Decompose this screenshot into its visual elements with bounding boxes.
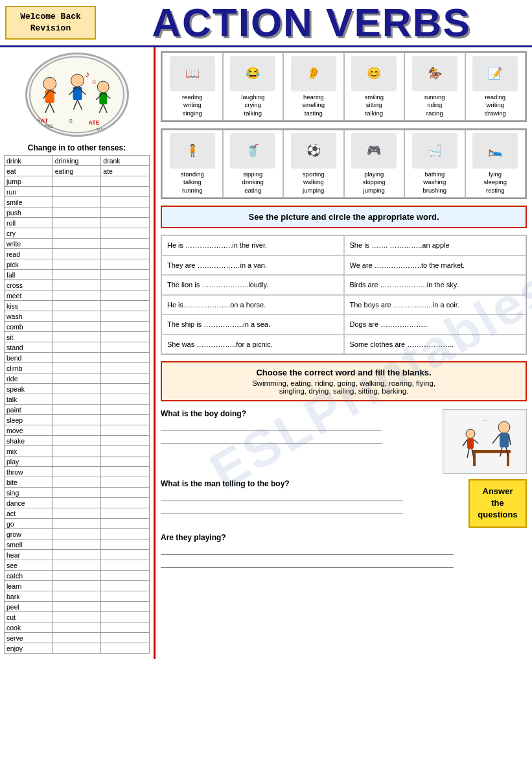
tenses-cell[interactable] (52, 207, 101, 218)
tenses-cell[interactable] (52, 239, 101, 249)
tenses-cell[interactable] (101, 436, 150, 446)
tenses-cell[interactable] (52, 602, 101, 612)
tenses-cell[interactable]: write (5, 239, 53, 249)
tenses-cell[interactable] (101, 228, 150, 239)
tenses-cell[interactable] (52, 571, 101, 581)
tenses-cell[interactable] (52, 519, 101, 529)
tenses-cell[interactable]: act (5, 508, 53, 519)
tenses-cell[interactable] (101, 571, 150, 581)
tenses-cell[interactable]: meet (5, 290, 53, 301)
tenses-cell[interactable]: peel (5, 602, 53, 612)
tenses-cell[interactable] (101, 290, 150, 301)
tenses-cell[interactable] (101, 322, 150, 332)
tenses-cell[interactable]: grow (5, 529, 53, 539)
tenses-cell[interactable] (101, 591, 150, 602)
tenses-cell[interactable] (52, 322, 101, 332)
pic-cell[interactable]: 😊smiling sitting talking (344, 53, 405, 121)
tenses-cell[interactable] (52, 384, 101, 394)
pic-cell[interactable]: 🏇running riding racing (404, 53, 465, 121)
pic-cell[interactable]: 📖reading writing singing (162, 53, 223, 121)
answer-line[interactable] (161, 558, 454, 568)
tenses-cell[interactable]: paint (5, 405, 53, 415)
tenses-cell[interactable]: sleep (5, 415, 53, 425)
tenses-cell[interactable]: shake (5, 436, 53, 446)
tenses-cell[interactable] (52, 353, 101, 363)
tenses-cell[interactable] (101, 467, 150, 477)
tenses-cell[interactable] (101, 602, 150, 612)
tenses-cell[interactable] (101, 270, 150, 280)
tenses-cell[interactable] (52, 643, 101, 654)
tenses-cell[interactable]: read (5, 249, 53, 259)
tenses-cell[interactable] (52, 218, 101, 228)
tenses-cell[interactable] (101, 301, 150, 311)
tenses-cell[interactable] (52, 415, 101, 425)
tenses-cell[interactable] (52, 446, 101, 456)
tenses-cell[interactable] (101, 539, 150, 550)
tenses-cell[interactable] (101, 353, 150, 363)
tenses-cell[interactable] (101, 218, 150, 228)
tenses-cell[interactable]: talk (5, 394, 53, 405)
tenses-cell[interactable]: speak (5, 384, 53, 394)
tenses-cell[interactable] (52, 425, 101, 436)
tenses-cell[interactable]: mix (5, 446, 53, 456)
tenses-cell[interactable] (52, 228, 101, 239)
tenses-cell[interactable] (52, 280, 101, 290)
tenses-cell[interactable]: push (5, 207, 53, 218)
tenses-cell[interactable] (101, 394, 150, 405)
tenses-cell[interactable]: hear (5, 550, 53, 560)
tenses-cell[interactable] (101, 498, 150, 508)
tenses-cell[interactable] (101, 488, 150, 498)
tenses-cell[interactable] (52, 187, 101, 197)
tenses-cell[interactable] (52, 498, 101, 508)
pic-cell[interactable]: 🧍standing talking running (162, 130, 223, 198)
tenses-cell[interactable]: cook (5, 622, 53, 633)
tenses-cell[interactable]: roll (5, 218, 53, 228)
tenses-cell[interactable] (101, 519, 150, 529)
tenses-cell[interactable] (52, 311, 101, 322)
pic-cell[interactable]: 🛁bathing washing brushing (404, 130, 465, 198)
answer-line[interactable] (161, 504, 403, 514)
tenses-cell[interactable] (52, 436, 101, 446)
tenses-cell[interactable]: bend (5, 353, 53, 363)
answer-line[interactable] (161, 545, 454, 555)
tenses-cell[interactable] (52, 456, 101, 467)
tenses-cell[interactable]: jump (5, 176, 53, 187)
tenses-cell[interactable] (101, 187, 150, 197)
tenses-cell[interactable]: serve (5, 633, 53, 643)
tenses-cell[interactable] (101, 176, 150, 187)
tenses-cell[interactable] (52, 394, 101, 405)
tenses-cell[interactable]: dance (5, 498, 53, 508)
tenses-cell[interactable] (101, 249, 150, 259)
tenses-cell[interactable] (101, 622, 150, 633)
tenses-cell[interactable] (101, 508, 150, 519)
tenses-cell[interactable] (52, 581, 101, 591)
tenses-cell[interactable] (101, 581, 150, 591)
tenses-cell[interactable] (101, 529, 150, 539)
tenses-cell[interactable]: kiss (5, 301, 53, 311)
tenses-cell[interactable]: see (5, 560, 53, 571)
tenses-cell[interactable]: learn (5, 581, 53, 591)
tenses-cell[interactable] (52, 301, 101, 311)
tenses-cell[interactable]: sit (5, 332, 53, 342)
tenses-cell[interactable] (52, 332, 101, 342)
tenses-cell[interactable]: climb (5, 363, 53, 373)
tenses-cell[interactable]: move (5, 425, 53, 436)
tenses-cell[interactable] (101, 363, 150, 373)
tenses-cell[interactable] (52, 259, 101, 270)
tenses-cell[interactable] (52, 405, 101, 415)
tenses-cell[interactable] (52, 176, 101, 187)
tenses-cell[interactable]: smile (5, 197, 53, 207)
tenses-cell[interactable] (52, 529, 101, 539)
tenses-cell[interactable] (52, 363, 101, 373)
tenses-cell[interactable] (101, 207, 150, 218)
tenses-cell[interactable] (101, 446, 150, 456)
tenses-cell[interactable] (52, 560, 101, 571)
pic-cell[interactable]: ⚽sporting walking jumping (283, 130, 344, 198)
tenses-cell[interactable] (101, 456, 150, 467)
tenses-cell[interactable]: cut (5, 612, 53, 622)
tenses-cell[interactable] (101, 612, 150, 622)
tenses-cell[interactable]: enjoy (5, 643, 53, 654)
tenses-cell[interactable] (52, 477, 101, 488)
tenses-cell[interactable] (101, 311, 150, 322)
pic-cell[interactable]: 👂hearing smelling tasting (283, 53, 344, 121)
